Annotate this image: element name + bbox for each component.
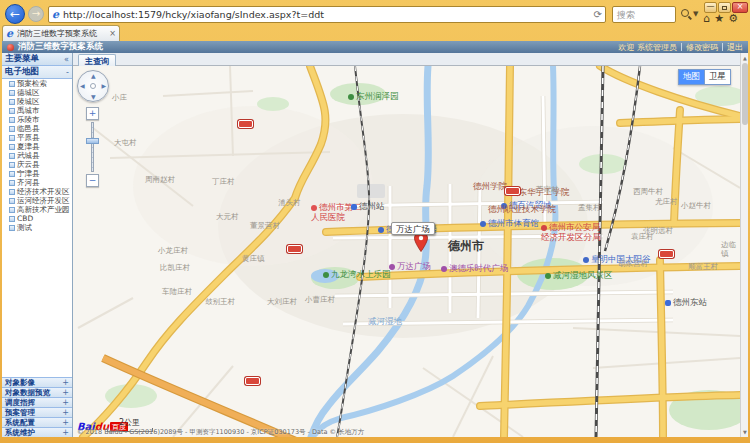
- map-canvas: [73, 66, 740, 437]
- sidebar-collapse-icon[interactable]: «: [64, 55, 69, 64]
- back-button[interactable]: ←: [5, 4, 25, 24]
- accordion-section-6[interactable]: 系统维护+: [2, 427, 72, 437]
- map-marker-pin-icon[interactable]: [414, 232, 428, 252]
- pan-down-icon[interactable]: ▼: [91, 93, 96, 100]
- app-logo-icon: [7, 44, 14, 51]
- sidebar-item-16[interactable]: CBD: [2, 214, 72, 223]
- content-tabstrip: 主查询: [73, 53, 740, 66]
- accordion-section-label: 对象影像: [5, 378, 35, 388]
- expand-plus-icon[interactable]: +: [62, 398, 69, 407]
- accordion-section-1[interactable]: 对象影像+: [2, 377, 72, 387]
- vertical-scrollbar[interactable]: ▲ ▼: [740, 53, 748, 437]
- pan-left-icon[interactable]: ◀: [80, 82, 85, 89]
- accordion-section-label: 系统配置: [5, 418, 35, 428]
- layer-icon: [9, 198, 15, 204]
- layer-icon: [9, 117, 15, 123]
- accordion-section-label: 预案管理: [5, 408, 35, 418]
- collapse-minus-icon[interactable]: -: [66, 68, 69, 77]
- browser-tab[interactable]: e 消防三维数字预案系统 ×: [2, 25, 120, 41]
- tab-favicon-icon: e: [6, 27, 13, 40]
- zoom-slider-track[interactable]: [91, 122, 94, 172]
- expand-plus-icon[interactable]: +: [62, 408, 69, 417]
- road-shield-icon: [245, 377, 260, 385]
- accordion-section-label: 调度指挥: [5, 398, 35, 408]
- map-type-satellite-button[interactable]: 卫星: [705, 69, 731, 85]
- layer-icon: [9, 216, 15, 222]
- layer-icon: [9, 81, 15, 87]
- pan-up-icon[interactable]: ▲: [91, 72, 96, 79]
- tab-close-icon[interactable]: ×: [109, 29, 116, 38]
- layer-icon: [9, 126, 15, 132]
- map-pan-control[interactable]: ▲ ▼ ◀ ▶: [77, 70, 109, 102]
- layer-icon: [9, 189, 15, 195]
- accordion-section-5[interactable]: 系统配置+: [2, 417, 72, 427]
- layer-icon: [9, 153, 15, 159]
- map-type-switcher: 地图 卫星: [678, 69, 731, 85]
- tab-title: 消防三维数字预案系统: [17, 28, 107, 39]
- marker-tooltip[interactable]: 万达广场: [391, 222, 435, 235]
- sidebar-item-label: 测试: [17, 223, 32, 233]
- zoom-out-button[interactable]: −: [86, 174, 99, 187]
- expand-plus-icon[interactable]: +: [62, 388, 69, 397]
- tab-main-query[interactable]: 主查询: [78, 54, 116, 66]
- logout-link[interactable]: 退出: [727, 42, 743, 53]
- map-type-map-button[interactable]: 地图: [678, 69, 705, 85]
- welcome-text: 欢迎 系统管理员: [618, 42, 677, 53]
- url-text: http://localhost:1579/hcky/xiaofang/sInd…: [63, 9, 591, 20]
- tab-bar: e 消防三维数字预案系统 ×: [0, 24, 750, 41]
- pan-center-icon[interactable]: [90, 83, 96, 89]
- sidebar-item-label: 高新技术产业园: [17, 205, 70, 215]
- sidebar-accordion-sections: 对象影像+对象数据预览+调度指挥+预案管理+系统配置+系统维护+: [2, 377, 72, 437]
- accordion-emap-header[interactable]: 电子地图 -: [2, 66, 72, 79]
- search-input[interactable]: 搜索: [612, 6, 676, 23]
- change-password-link[interactable]: 修改密码: [686, 42, 718, 53]
- layer-icon: [9, 144, 15, 150]
- page-favicon-icon: e: [52, 8, 59, 21]
- accordion-section-4[interactable]: 预案管理+: [2, 407, 72, 417]
- sidebar: 主要菜单 « 电子地图 - 预案检索德城区陵城区禹城市乐陵市临邑县平原县夏津县武…: [2, 53, 73, 437]
- scroll-down-icon[interactable]: ▼: [741, 429, 749, 435]
- expand-plus-icon[interactable]: +: [62, 418, 69, 427]
- zoom-in-button[interactable]: +: [86, 107, 99, 120]
- sidebar-item-17[interactable]: 测试: [2, 223, 72, 232]
- accordion-section-3[interactable]: 调度指挥+: [2, 397, 72, 407]
- pan-right-icon[interactable]: ▶: [101, 82, 106, 89]
- map-copyright: © 2018 Baidu - GS(2016)2089号 - 甲测资字11009…: [77, 428, 364, 437]
- browser-window: ← → e http://localhost:1579/hcky/xiaofan…: [0, 0, 750, 443]
- app-header: 消防三维数字预案系统 欢迎 系统管理员 修改密码 退出: [2, 41, 748, 53]
- scroll-up-icon[interactable]: ▲: [741, 55, 749, 61]
- road-shield-icon: [238, 120, 253, 128]
- emap-section-title: 电子地图: [5, 66, 39, 78]
- road-shield-icon: [505, 187, 520, 195]
- search-dropdown-caret-icon[interactable]: ▼: [693, 10, 698, 18]
- zoom-slider-handle[interactable]: [86, 138, 99, 144]
- scrollbar-thumb[interactable]: [742, 63, 748, 125]
- map-scale-label: 2公里: [119, 417, 140, 428]
- expand-plus-icon[interactable]: +: [62, 378, 69, 387]
- layer-icon: [9, 99, 15, 105]
- map-area[interactable]: 德州市万达广场澳德乐时代广场德州百货大楼德百汽贸城皇明中国太阳谷德州市体育馆东州…: [73, 66, 740, 437]
- search-icon[interactable]: [681, 9, 689, 17]
- expand-plus-icon[interactable]: +: [62, 428, 69, 437]
- window-controls: — ×: [703, 2, 748, 13]
- layer-icon: [9, 162, 15, 168]
- road-shield-icon: [287, 245, 302, 253]
- layer-icon: [9, 90, 15, 96]
- layer-icon: [9, 135, 15, 141]
- accordion-section-label: 系统维护: [5, 428, 35, 438]
- accordion-section-2[interactable]: 对象数据预览+: [2, 387, 72, 397]
- user-links: 欢迎 系统管理员 修改密码 退出: [614, 42, 743, 53]
- refresh-icon[interactable]: ⟳: [594, 9, 602, 20]
- forward-button[interactable]: →: [28, 6, 44, 22]
- sidebar-item-15[interactable]: 高新技术产业园: [2, 205, 72, 214]
- minimize-button[interactable]: —: [704, 2, 717, 13]
- layer-icon: [9, 180, 15, 186]
- sidebar-header: 主要菜单 «: [2, 53, 72, 66]
- sidebar-title: 主要菜单: [5, 53, 39, 65]
- road-shield-icon: [659, 250, 674, 258]
- layer-icon: [9, 225, 15, 231]
- close-button[interactable]: ×: [732, 2, 748, 13]
- maximize-button[interactable]: [718, 2, 731, 13]
- district-tree: 预案检索德城区陵城区禹城市乐陵市临邑县平原县夏津县武城县庆云县宁津县齐河县经济技…: [2, 79, 72, 232]
- address-bar[interactable]: e http://localhost:1579/hcky/xiaofang/sI…: [48, 6, 606, 23]
